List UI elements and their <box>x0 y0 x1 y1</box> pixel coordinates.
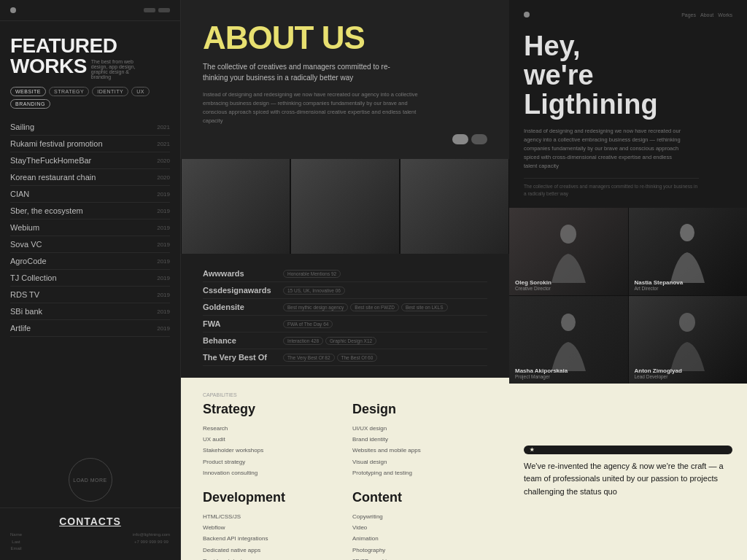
about-section: ABOUT US The collective of creatives and… <box>181 0 509 159</box>
filter-identity[interactable]: IDENTITY <box>92 87 128 96</box>
service-item: Research <box>203 423 338 434</box>
content-title: Content <box>352 490 487 505</box>
award-tag: Best site on LKLS <box>401 303 448 311</box>
load-more-button[interactable]: LOAD MORE <box>69 458 112 502</box>
list-item[interactable]: TJ Collection2019 <box>10 270 170 287</box>
work-year: 2021 <box>157 124 170 131</box>
service-item: Websites and mobile apps <box>352 445 487 456</box>
about-subtitle: The collective of creatives and managers… <box>203 61 407 83</box>
list-item[interactable]: Korean restaurant chain2020 <box>10 169 170 186</box>
list-item[interactable]: Artlife2019 <box>10 320 170 337</box>
anton-name: Anton Zimoglyad <box>635 368 682 374</box>
service-item: Product strategy <box>203 456 338 467</box>
work-year: 2021 <box>157 141 170 147</box>
team-photo-anton: Anton Zimoglyad Lead Developer <box>629 296 748 384</box>
work-name: Rukami festival promotion <box>10 139 103 148</box>
work-name: StayTheFuckHomeBar <box>10 156 91 165</box>
work-name: TJ Collection <box>10 273 57 282</box>
list-item[interactable]: StayTheFuckHomeBar2020 <box>10 152 170 169</box>
nastia-name: Nastia Stepanova <box>635 279 684 286</box>
nastia-info: Nastia Stepanova Art Director <box>635 279 684 291</box>
list-item[interactable]: CIAN2019 <box>10 186 170 203</box>
strategy-list: ResearchUX auditStakeholder workshopsPro… <box>203 423 338 478</box>
service-item: HTML/CSS/JS <box>203 511 338 522</box>
award-tag: Interaction 428 <box>283 337 323 345</box>
service-item: Backend API integrations <box>203 533 338 544</box>
work-year: 2020 <box>157 158 170 164</box>
photo-3 <box>400 159 508 254</box>
left-panel: FEATURED WORKS The best from web design,… <box>0 0 181 560</box>
team-photo-masha: Masha Akiporskaia Project Manager <box>509 296 628 384</box>
nav-about[interactable]: About <box>700 12 713 18</box>
strategy-col: Strategy ResearchUX auditStakeholder wor… <box>203 402 338 478</box>
oleg-name: Oleg Sorokin <box>515 279 551 286</box>
work-year: 2019 <box>157 208 170 214</box>
load-more-area: LOAD MORE <box>0 449 180 508</box>
contact-col-2: info@lightning.com +7 999 999 99 99 <box>133 532 170 553</box>
team-photo-nastia: Nastia Stepanova Art Director <box>629 208 748 295</box>
list-item[interactable]: RDS TV2019 <box>10 287 170 303</box>
service-item: Rapid prototyping <box>203 556 338 560</box>
service-item: Dedicated native apps <box>203 545 338 556</box>
service-item: Brand identity <box>352 434 487 445</box>
filter-website[interactable]: WEBSITE <box>10 87 46 96</box>
left-top-bar <box>0 0 180 21</box>
masha-name: Masha Akiporskaia <box>515 368 568 374</box>
list-item[interactable]: AgroCode2019 <box>10 253 170 270</box>
content-list: CopywritingVideoAnimationPhotography3D/2… <box>352 511 487 560</box>
award-tag: The Best Of 60 <box>337 354 378 362</box>
nastia-role: Art Director <box>635 286 684 291</box>
list-item[interactable]: Sailing2021 <box>10 119 170 136</box>
award-name: Goldensite <box>203 303 276 311</box>
nav-pages[interactable]: Pages <box>681 12 696 18</box>
contacts-section: CONTACTS Name Last Email info@lightning.… <box>0 508 180 560</box>
award-tag: Best mythic design agency <box>283 303 348 311</box>
photo-1 <box>182 159 290 254</box>
list-item[interactable]: SBi bank2019 <box>10 303 170 320</box>
featured-title-line2: WORKS <box>10 56 87 77</box>
about-dot-2[interactable] <box>471 134 487 144</box>
svg-point-7 <box>679 313 695 332</box>
contacts-link[interactable]: CONTACTS <box>10 516 170 527</box>
masha-role: Project Manager <box>515 374 568 379</box>
oleg-info: Oleg Sorokin Creative Director <box>515 279 551 291</box>
development-title: Development <box>203 490 338 505</box>
services-grid: Strategy ResearchUX auditStakeholder wor… <box>203 402 487 560</box>
award-tag: The Very Best Of 82 <box>283 354 335 362</box>
quote-badge: ★ <box>524 446 732 454</box>
quote-text: We've re-invented the agency & now we're… <box>524 460 732 499</box>
award-tags: The Very Best Of 82The Best Of 60 <box>283 354 377 362</box>
svg-point-0 <box>227 182 244 202</box>
service-item: Photography <box>352 545 487 556</box>
list-item[interactable]: Webium2019 <box>10 219 170 236</box>
service-item: UX audit <box>203 434 338 445</box>
award-row: The Very Best OfThe Very Best Of 82The B… <box>203 349 487 366</box>
filter-branding[interactable]: BRANDING <box>10 99 50 109</box>
service-item: Prototyping and testing <box>352 467 487 478</box>
list-item[interactable]: Sber, the ecosystem2019 <box>10 203 170 219</box>
work-name: CIAN <box>10 190 29 198</box>
work-year: 2019 <box>157 325 170 332</box>
about-body: Instead of designing and redesigning we … <box>203 90 422 125</box>
right-nav: Pages About Works <box>681 12 732 18</box>
nav-dot-1 <box>144 8 155 12</box>
filter-strategy[interactable]: STRATEGY <box>49 87 89 96</box>
services-section: Capabilities Strategy ResearchUX auditSt… <box>181 378 509 560</box>
content-col: Content CopywritingVideoAnimationPhotogr… <box>352 490 487 560</box>
work-year: 2019 <box>157 225 170 231</box>
svg-point-6 <box>561 314 576 331</box>
nav-works[interactable]: Works <box>718 12 732 18</box>
list-item[interactable]: Sova VC2019 <box>10 236 170 253</box>
right-top-bar: Pages About Works <box>524 12 732 18</box>
work-name: Korean restaurant chain <box>10 173 96 182</box>
featured-header: FEATURED WORKS The best from web design,… <box>10 36 170 79</box>
work-name: Sailing <box>10 122 34 131</box>
about-dot-1[interactable] <box>452 134 468 144</box>
svg-point-1 <box>327 183 341 201</box>
work-year: 2019 <box>157 292 170 298</box>
award-name: Cssdesignawards <box>203 286 276 295</box>
list-item[interactable]: Rukami festival promotion2021 <box>10 136 170 152</box>
work-name: RDS TV <box>10 290 39 299</box>
awards-section: AwwwardsHonorable Mentions 92Cssdesignaw… <box>181 254 509 378</box>
filter-ux[interactable]: UX <box>131 87 150 96</box>
